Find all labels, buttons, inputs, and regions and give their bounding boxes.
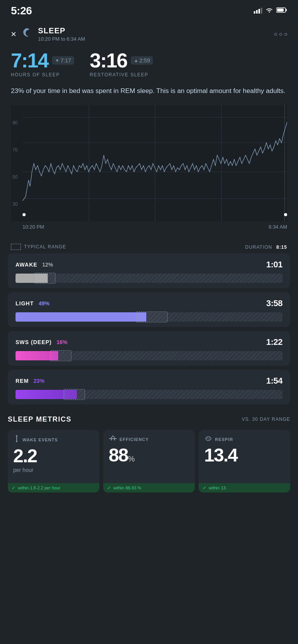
- respir-check-icon: ✓: [203, 485, 206, 491]
- respir-label: RESPIR: [215, 437, 233, 442]
- stage-rem-range: [64, 389, 85, 400]
- restorative-sleep-badge: ▲ 2:59: [131, 56, 153, 65]
- restorative-badge-value: 2:59: [139, 57, 150, 64]
- typical-range: TYPICAL RANGE: [11, 244, 66, 250]
- efficiency-value: 88%: [109, 446, 189, 465]
- efficiency-green-text: within 88-93 %: [113, 486, 141, 490]
- stage-rem-header: REM 23% 1:54: [16, 376, 282, 386]
- wake-events-number: 2.2: [13, 446, 37, 466]
- svg-rect-13: [114, 437, 115, 441]
- respir-value: 13.4: [204, 446, 285, 465]
- stage-card-awake[interactable]: AWAKE 12% 1:01: [8, 253, 290, 288]
- svg-rect-3: [261, 8, 262, 14]
- metrics-cards: WAKE EVENTS 2.2 per hour ✓ within 1.8-2.…: [8, 430, 290, 492]
- stats-row: 7:14 ▼ 7:17 HOURS OF SLEEP 3:16 ▲ 2:59 R…: [0, 46, 298, 80]
- stage-rem-title-row: REM 23%: [16, 377, 45, 384]
- wake-events-label: WAKE EVENTS: [23, 437, 58, 442]
- close-button[interactable]: ×: [11, 29, 16, 40]
- wake-events-green-text: within 1.8-2.2 per hour: [18, 486, 60, 490]
- range-row: TYPICAL RANGE DURATION 8:15: [0, 240, 298, 253]
- svg-rect-0: [254, 11, 255, 14]
- status-bar: 5:26: [0, 0, 298, 20]
- stage-awake-range: [34, 273, 55, 284]
- header: × SLEEP 10:20 PM to 6:34 AM: [0, 20, 298, 46]
- stage-awake-name: AWAKE: [16, 262, 37, 268]
- svg-point-4: [269, 12, 270, 13]
- stage-cards: AWAKE 12% 1:01 LIGHT 49% 3:58 SWS (DEE: [0, 253, 298, 405]
- metric-efficiency-icon-row: EFFICIENCY: [109, 435, 189, 444]
- battery-icon: [276, 7, 287, 15]
- restorative-sleep-label: RESTORATIVE SLEEP: [90, 72, 153, 77]
- typical-range-label: TYPICAL RANGE: [24, 244, 66, 250]
- more-dot-2: [279, 33, 282, 36]
- stage-light-bar-track: [16, 312, 282, 322]
- svg-point-8: [16, 441, 17, 442]
- svg-rect-12: [111, 437, 112, 441]
- stage-light-name: LIGHT: [16, 300, 34, 307]
- stage-card-rem[interactable]: REM 23% 1:54: [8, 370, 290, 405]
- efficiency-number: 88: [109, 445, 128, 465]
- efficiency-check-icon: ✓: [107, 485, 111, 491]
- stage-rem-time: 1:54: [266, 376, 282, 386]
- svg-rect-7: [277, 9, 284, 12]
- metric-card-efficiency[interactable]: EFFICIENCY 88% ✓ within 88-93 %: [103, 430, 195, 492]
- hours-badge-arrow: ▼: [55, 58, 59, 63]
- restorative-sleep-value-row: 3:16 ▲ 2:59: [90, 50, 153, 71]
- duration-label: DURATION: [245, 245, 272, 250]
- respir-green-text: within 13.: [209, 486, 227, 490]
- svg-rect-1: [256, 10, 258, 14]
- more-button[interactable]: [274, 33, 287, 36]
- range-box-icon: [11, 244, 21, 250]
- rem-note: 23% of your time in bed was spent in REM…: [0, 80, 298, 102]
- wake-events-value: 2.2: [13, 447, 94, 465]
- metrics-title: SLEEP METRICS: [8, 415, 71, 424]
- stage-rem-pct: 23%: [34, 378, 45, 384]
- stage-deep-header: SWS (DEEP) 16% 1:22: [16, 337, 282, 347]
- bottom-pad: [0, 492, 298, 516]
- chart-dot-end: [284, 213, 287, 216]
- stage-deep-title-row: SWS (DEEP) 16%: [16, 339, 68, 346]
- wake-events-check-icon: ✓: [12, 485, 16, 491]
- metric-card-respir[interactable]: RESPIR 13.4 ✓ within 13.: [199, 430, 290, 492]
- metric-card-wake-events[interactable]: WAKE EVENTS 2.2 per hour ✓ within 1.8-2.…: [8, 430, 99, 492]
- respir-number: 13.4: [204, 445, 237, 465]
- restorative-badge-arrow: ▲: [134, 58, 138, 63]
- respir-green-bar: ✓ within 13.: [199, 483, 290, 492]
- header-title: SLEEP: [38, 26, 274, 35]
- wifi-icon: [265, 7, 273, 15]
- stage-deep-pct: 16%: [57, 339, 68, 345]
- header-title-block: SLEEP 10:20 PM to 6:34 AM: [38, 26, 274, 42]
- stage-awake-pct: 12%: [42, 262, 53, 268]
- hours-of-sleep-stat: 7:14 ▼ 7:17 HOURS OF SLEEP: [11, 50, 74, 77]
- efficiency-unit: %: [128, 455, 135, 463]
- stage-rem-bar-track: [16, 390, 282, 399]
- svg-rect-9: [16, 437, 17, 441]
- stage-deep-range: [50, 350, 71, 361]
- x-label-end: 6:34 AM: [269, 224, 287, 230]
- metrics-header: SLEEP METRICS VS. 30 DAY RANGE: [8, 415, 290, 424]
- wake-events-sub: per hour: [13, 467, 94, 473]
- stage-card-deep[interactable]: SWS (DEEP) 16% 1:22: [8, 331, 290, 366]
- status-time: 5:26: [11, 5, 32, 17]
- wake-events-green-bar: ✓ within 1.8-2.2 per hour: [8, 483, 99, 492]
- stage-awake-bar-track: [16, 274, 282, 283]
- stage-awake-title-row: AWAKE 12%: [16, 261, 53, 268]
- svg-point-14: [112, 436, 114, 437]
- signal-icon: [254, 7, 262, 15]
- efficiency-green-bar: ✓ within 88-93 %: [103, 483, 195, 492]
- chart-x-labels: 10:20 PM 6:34 AM: [11, 222, 287, 230]
- metrics-range-label: VS. 30 DAY RANGE: [242, 417, 290, 422]
- metric-wake-icon-row: WAKE EVENTS: [13, 435, 94, 444]
- stage-card-light[interactable]: LIGHT 49% 3:58: [8, 292, 290, 327]
- hours-of-sleep-badge: ▼ 7:17: [52, 56, 74, 65]
- stage-light-time: 3:58: [266, 298, 282, 308]
- svg-rect-2: [258, 9, 260, 14]
- header-subtitle: 10:20 PM to 6:34 AM: [38, 36, 274, 42]
- chart-dot-start: [23, 213, 26, 216]
- chart-waveform: [23, 105, 287, 222]
- svg-rect-11: [109, 438, 117, 439]
- chart-container: 90 70 50 30: [0, 105, 298, 237]
- hours-of-sleep-value-row: 7:14 ▼ 7:17: [11, 50, 74, 71]
- more-dot-1: [274, 33, 277, 36]
- x-label-start: 10:20 PM: [23, 224, 44, 230]
